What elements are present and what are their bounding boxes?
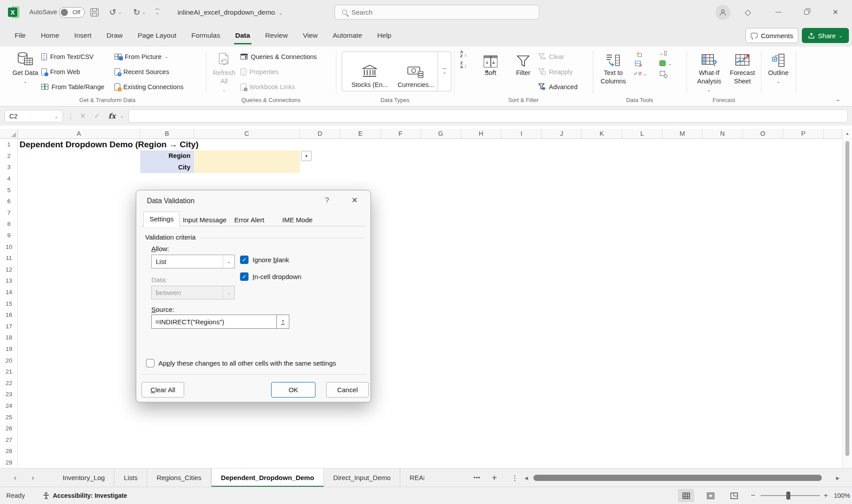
in-cell-dropdown-button[interactable]: ▼ bbox=[301, 151, 312, 161]
column-header-i[interactable]: I bbox=[501, 129, 542, 138]
clear-all-button[interactable]: Clear All bbox=[142, 382, 184, 398]
consolidate-button[interactable]: → bbox=[659, 49, 667, 57]
sheet-nav-prev-button[interactable]: ‹ bbox=[10, 469, 20, 487]
enter-entry-button[interactable]: ✓ bbox=[94, 106, 100, 126]
insert-function-button[interactable]: fx bbox=[108, 106, 115, 126]
page-break-view-button[interactable] bbox=[726, 489, 742, 502]
reapply-filter-button[interactable]: Reapply bbox=[538, 65, 572, 78]
column-header-n[interactable]: N bbox=[702, 129, 743, 138]
redo-dropdown-icon[interactable]: ⌄ bbox=[142, 10, 146, 15]
collapse-ribbon-icon[interactable]: ⌄ bbox=[836, 96, 840, 102]
ribbon-tab-formulas[interactable]: Formulas bbox=[184, 24, 228, 47]
column-header-g[interactable]: G bbox=[421, 129, 461, 138]
sheet-tab-direct-input-demo[interactable]: Direct_Input_Demo bbox=[324, 469, 400, 487]
zoom-in-button[interactable]: + bbox=[824, 487, 828, 504]
account-avatar[interactable] bbox=[715, 0, 730, 24]
row-header-6[interactable]: 6 bbox=[0, 196, 18, 207]
column-header-a[interactable]: A bbox=[18, 129, 140, 138]
apply-all-checkbox[interactable]: Apply these changes to all other cells w… bbox=[146, 359, 336, 367]
row-header-18[interactable]: 18 bbox=[0, 332, 18, 343]
row-header-13[interactable]: 13 bbox=[0, 275, 18, 287]
column-header-e[interactable]: E bbox=[340, 129, 381, 138]
collapse-dialog-button[interactable]: ↑ bbox=[276, 315, 289, 329]
formula-bar-dropdown-icon[interactable]: ⌄ bbox=[120, 106, 124, 126]
vertical-scroll-thumb[interactable] bbox=[845, 141, 849, 456]
excel-logo-icon[interactable]: X bbox=[8, 6, 20, 18]
ribbon-tab-view[interactable]: View bbox=[295, 24, 325, 47]
cell-a1-title[interactable]: Dependent Dropdown Demo (Region → City) bbox=[20, 139, 198, 150]
text-to-columns-button[interactable]: Text to Columns bbox=[596, 48, 630, 86]
dialog-tab-input-message[interactable]: Input Message bbox=[177, 213, 232, 226]
filter-button[interactable]: Filter bbox=[512, 48, 535, 77]
properties-button[interactable]: Properties bbox=[241, 65, 279, 78]
sheet-nav-next-button[interactable]: › bbox=[28, 469, 38, 487]
sheet-options-button[interactable]: ⋮ bbox=[509, 469, 520, 487]
column-header-d[interactable]: D bbox=[300, 129, 340, 138]
cell-b3-city-label[interactable]: City bbox=[140, 161, 194, 173]
row-header-8[interactable]: 8 bbox=[0, 218, 18, 230]
dialog-tab-ime-mode[interactable]: IME Mode bbox=[276, 213, 318, 226]
column-header-k[interactable]: K bbox=[582, 129, 622, 138]
clear-filter-button[interactable]: Clear bbox=[538, 50, 564, 63]
from-web-button[interactable]: From Web bbox=[41, 65, 80, 78]
manage-data-model-button[interactable] bbox=[659, 70, 667, 77]
data-validation-button[interactable]: ✓⊘⌄ bbox=[634, 70, 642, 77]
allow-combobox[interactable]: List ⌄ bbox=[151, 255, 235, 268]
row-header-15[interactable]: 15 bbox=[0, 298, 18, 309]
ribbon-tab-review[interactable]: Review bbox=[258, 24, 296, 47]
cell-c3-city-input[interactable] bbox=[194, 161, 300, 173]
ribbon-tab-automate[interactable]: Automate bbox=[325, 24, 370, 47]
row-header-27[interactable]: 27 bbox=[0, 434, 18, 446]
ignore-blank-checkbox[interactable]: ✓ Ignore blank bbox=[240, 256, 289, 264]
ribbon-tab-draw[interactable]: Draw bbox=[99, 24, 130, 47]
dialog-tab-error-alert[interactable]: Error Alert bbox=[229, 213, 270, 226]
ribbon-tab-file[interactable]: File bbox=[7, 24, 33, 47]
undo-dropdown-icon[interactable]: ⌄ bbox=[118, 10, 122, 15]
ribbon-tab-help[interactable]: Help bbox=[370, 24, 399, 47]
row-header-11[interactable]: 11 bbox=[0, 252, 18, 264]
column-header-o[interactable]: O bbox=[743, 129, 783, 138]
get-data-button[interactable]: Get Data ⌄ bbox=[12, 48, 39, 86]
normal-view-button[interactable] bbox=[678, 489, 694, 502]
row-header-24[interactable]: 24 bbox=[0, 400, 18, 412]
row-header-12[interactable]: 12 bbox=[0, 264, 18, 276]
row-header-20[interactable]: 20 bbox=[0, 354, 18, 366]
row-header-29[interactable]: 29 bbox=[0, 457, 18, 469]
row-header-21[interactable]: 21 bbox=[0, 366, 18, 378]
column-header-c[interactable]: C bbox=[194, 129, 300, 138]
currencies-button[interactable]: Currencies... bbox=[394, 55, 437, 88]
formula-input[interactable] bbox=[129, 110, 848, 122]
remove-duplicates-button[interactable]: ✕ bbox=[634, 59, 642, 67]
undo-button[interactable]: ↺⌄ bbox=[109, 0, 122, 24]
close-button[interactable]: ✕ bbox=[832, 0, 838, 24]
from-text-csv-button[interactable]: From Text/CSV bbox=[41, 50, 94, 63]
queries-connections-button[interactable]: Queries & Connections bbox=[241, 50, 317, 63]
workbook-links-button[interactable]: Workbook Links bbox=[241, 80, 295, 93]
column-header-h[interactable]: H bbox=[461, 129, 501, 138]
column-header-b[interactable]: B bbox=[140, 129, 194, 138]
sort-button[interactable]: ZAAZ Sort bbox=[479, 48, 502, 77]
allow-combobox-arrow-icon[interactable]: ⌄ bbox=[223, 255, 234, 268]
zoom-out-button[interactable]: − bbox=[751, 487, 755, 504]
sort-ascending-button[interactable]: AZ↓ bbox=[460, 50, 467, 58]
sheet-tab-lists[interactable]: Lists bbox=[114, 469, 147, 487]
cancel-button[interactable]: Cancel bbox=[326, 382, 369, 398]
zoom-slider-thumb[interactable] bbox=[786, 492, 790, 500]
from-table-range-button[interactable]: From Table/Range bbox=[41, 80, 104, 93]
sheet-tab-dependent-dropdown-demo[interactable]: Dependent_Dropdown_Demo bbox=[211, 469, 324, 487]
dialog-close-button[interactable]: ✕ bbox=[348, 196, 361, 205]
row-header-19[interactable]: 19 bbox=[0, 343, 18, 355]
row-header-9[interactable]: 9 bbox=[0, 230, 18, 241]
row-header-26[interactable]: 26 bbox=[0, 423, 18, 434]
select-all-corner[interactable] bbox=[0, 129, 18, 138]
search-input[interactable]: Search bbox=[335, 5, 539, 20]
row-header-23[interactable]: 23 bbox=[0, 389, 18, 400]
row-header-17[interactable]: 17 bbox=[0, 321, 18, 332]
restore-button[interactable] bbox=[804, 0, 809, 24]
sheet-tabs-overflow-button[interactable]: ••• bbox=[471, 469, 483, 487]
cell-c2-region-input[interactable] bbox=[194, 150, 300, 162]
document-title[interactable]: inlineAI_excel_dropdown_demo ⌄ bbox=[178, 0, 283, 25]
outline-button[interactable]: Outline ⌄ bbox=[766, 48, 790, 86]
row-header-14[interactable]: 14 bbox=[0, 287, 18, 298]
row-header-7[interactable]: 7 bbox=[0, 207, 18, 219]
